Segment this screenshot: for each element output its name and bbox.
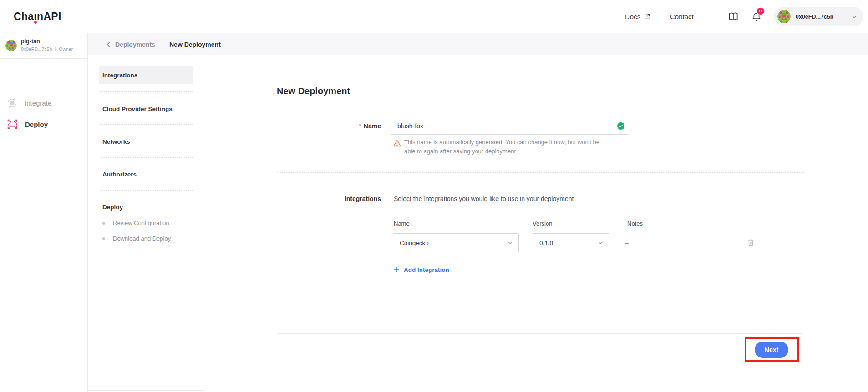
name-field-label: * Name <box>277 117 381 135</box>
nav-subitem-download-and-deploy[interactable]: Download and Deploy <box>102 235 171 242</box>
next-button[interactable]: Next <box>755 342 788 358</box>
nav-section-deploy: Deploy <box>102 204 123 211</box>
integrations-description: Select the Integrations you would like t… <box>394 192 574 205</box>
bullet-icon <box>102 237 105 240</box>
nav-divider <box>100 157 193 158</box>
book-open-icon <box>727 11 739 23</box>
logo-text-part1: Cha <box>14 10 34 22</box>
breadcrumb-current: New Deployment <box>169 33 221 55</box>
footer-divider <box>277 333 803 334</box>
header-divider <box>711 12 711 21</box>
breadcrumb-back-deployments[interactable]: Deployments <box>106 33 155 55</box>
nav-subitem-label: Download and Deploy <box>113 235 171 242</box>
nav-subitem-review-configuration[interactable]: Review Configuration <box>102 220 169 226</box>
docs-link[interactable]: Docs <box>625 0 650 33</box>
contact-link-label: Contact <box>670 13 694 20</box>
warning-icon <box>393 139 401 147</box>
sidebar-item-integrate[interactable]: Integrate <box>0 92 87 113</box>
sync-icon <box>6 97 18 109</box>
trash-icon <box>746 238 755 247</box>
nav-subitem-label: Review Configuration <box>113 220 169 226</box>
nav-item-integrations[interactable]: Integrations <box>99 66 193 84</box>
external-link-icon <box>644 13 650 20</box>
required-marker: * <box>359 122 361 130</box>
logo-pink-dot-icon <box>34 21 37 24</box>
add-integration-button[interactable]: Add Integration <box>393 264 449 275</box>
breadcrumb-back-label: Deployments <box>115 41 155 48</box>
delete-integration-button[interactable] <box>746 238 755 247</box>
bullet-icon <box>102 222 105 225</box>
integration-version-value: 0.1.0 <box>539 240 553 246</box>
nav-divider <box>100 190 193 191</box>
logo-text-part2: nAPI <box>37 10 61 22</box>
integration-name-select[interactable]: Coingecko <box>393 233 519 252</box>
nav-item-networks[interactable]: Networks <box>99 136 193 148</box>
chevron-down-icon <box>598 240 603 246</box>
account-menu[interactable]: 0x0eFD...7c5b <box>774 7 863 26</box>
meta-divider <box>55 47 56 51</box>
workspace-avatar <box>5 40 17 51</box>
deployment-steps-nav: Integrations Cloud Provider Settings Net… <box>88 55 204 391</box>
plus-icon <box>393 266 400 273</box>
workspace-account[interactable]: pig-tan 0x0eFD...7c5b Owner <box>0 33 87 59</box>
sidebar-item-deploy[interactable]: Deploy <box>0 114 87 135</box>
notification-count-badge: 11 <box>756 7 765 15</box>
integration-name-value: Coingecko <box>400 240 429 246</box>
column-header-version: Version <box>533 220 552 227</box>
app-header: ChaınAPI Docs Contact 11 <box>0 0 868 33</box>
nav-divider <box>100 91 193 92</box>
page-title: New Deployment <box>277 86 350 96</box>
valid-check-icon <box>617 122 624 130</box>
breadcrumb: Deployments New Deployment <box>88 33 868 55</box>
integration-notes-value: – <box>625 233 629 252</box>
column-header-name: Name <box>394 220 410 227</box>
logo-dotless-i: ı <box>34 10 37 22</box>
workspace-role: Owner <box>59 46 73 52</box>
notifications-button[interactable]: 11 <box>751 0 762 33</box>
chevron-down-icon <box>852 14 857 20</box>
column-header-notes: Notes <box>627 220 643 227</box>
nav-item-cloud-provider-settings[interactable]: Cloud Provider Settings <box>99 103 193 116</box>
sidebar-item-label: Integrate <box>25 99 51 107</box>
account-address: 0x0eFD...7c5b <box>796 14 833 20</box>
chainapi-logo[interactable]: ChaınAPI <box>14 0 61 33</box>
chevron-down-icon <box>508 240 513 246</box>
contact-link[interactable]: Contact <box>670 0 694 33</box>
account-avatar <box>777 10 791 23</box>
chevron-left-icon <box>106 41 111 48</box>
nav-divider <box>100 124 193 125</box>
integrations-section-label: Integrations <box>277 192 381 205</box>
workspace-address: 0x0eFD...7c5b <box>21 46 52 52</box>
docs-book-button[interactable] <box>727 0 739 33</box>
primary-sidebar: pig-tan 0x0eFD...7c5b Owner Integrate <box>0 33 88 392</box>
nav-item-authorizers[interactable]: Authorizers <box>99 168 193 181</box>
name-warning-text: This name is automatically generated. Yo… <box>404 138 618 156</box>
section-divider <box>277 172 804 173</box>
docs-link-label: Docs <box>625 13 640 20</box>
workspace-name: pig-tan <box>21 38 40 45</box>
add-integration-label: Add Integration <box>404 266 449 273</box>
integration-version-select[interactable]: 0.1.0 <box>533 233 609 252</box>
sidebar-item-label: Deploy <box>25 121 48 128</box>
deployment-name-input[interactable] <box>391 117 629 135</box>
cloud-deploy-icon <box>6 118 19 131</box>
